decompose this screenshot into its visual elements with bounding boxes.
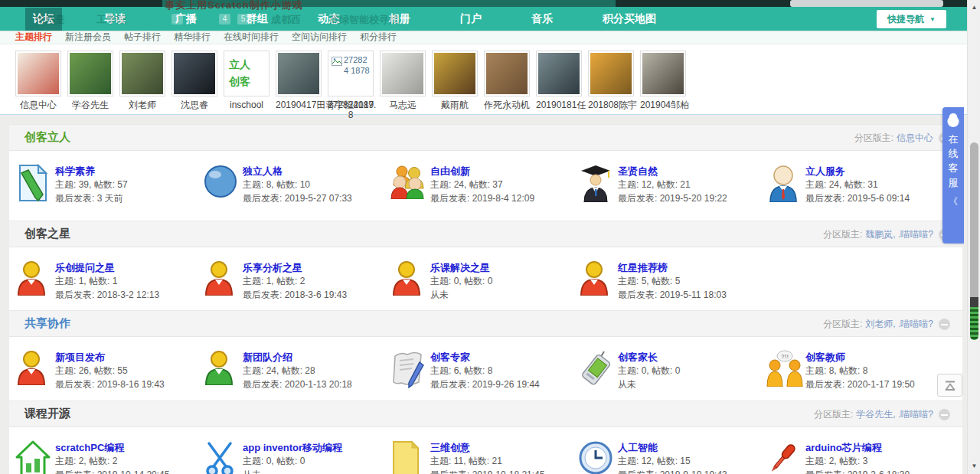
nav-item-3[interactable]: 广播 — [168, 8, 204, 31]
member-item[interactable]: 201808陈宇 — [588, 51, 634, 114]
member-item[interactable]: 戴雨航 — [432, 51, 478, 114]
nav-item-8[interactable]: 音乐 — [524, 8, 560, 31]
online-service-char: 线 — [942, 146, 964, 161]
member-item[interactable]: 作死永动机 — [484, 51, 530, 114]
section-header: 创客之星分区版主:魏鹏岚, .喵喵喵? — [9, 221, 962, 247]
member-avatar[interactable] — [67, 51, 113, 96]
section-collapse-button[interactable] — [939, 319, 950, 330]
member-avatar[interactable] — [380, 51, 426, 96]
section-title[interactable]: 创客立人 — [9, 130, 70, 145]
member-item[interactable]: 20190417田蒋宇恒2019. — [276, 51, 322, 114]
scroll-up-arrow[interactable]: ▲ — [968, 2, 980, 14]
forum-lastpost: 最后发表: 2019-8-16 19:43 — [55, 378, 165, 391]
section-title[interactable]: 创客之星 — [9, 227, 70, 241]
forum-link[interactable]: 创客专家 — [430, 351, 470, 364]
nav-item-7[interactable]: 门户 — [452, 8, 489, 31]
ranking-tab-7[interactable]: 积分排行 — [360, 31, 397, 44]
forum-link[interactable]: 圣贤自然 — [618, 165, 658, 178]
forum-stats: 主题: 2, 帖数: 2 — [55, 454, 169, 468]
forum-link[interactable]: 立人服务 — [805, 165, 845, 178]
nav-item-1[interactable]: 论坛 — [25, 8, 62, 31]
scroll-down-arrow[interactable]: ▼ — [968, 460, 980, 472]
page-scrollbar[interactable]: ▲ ▼ — [967, 0, 980, 474]
forum-cell: 自由创新主题: 24, 帖数: 37最后发表: 2019-8-4 12:09 — [390, 163, 578, 221]
section-title[interactable]: 课程开源 — [9, 407, 70, 421]
forum-link[interactable]: 乐享分析之星 — [243, 262, 302, 274]
ranking-tab-1[interactable]: 主题排行 — [15, 31, 52, 44]
member-avatar[interactable]: 立人 创客 — [224, 51, 270, 96]
forum-stats: 主题: 0, 帖数: 0 — [430, 274, 492, 288]
member-item[interactable]: 立人 创客inschool — [224, 51, 270, 114]
ranking-tab-6[interactable]: 空间访问排行 — [292, 31, 347, 44]
member-item[interactable]: 201904邹柏 — [640, 51, 686, 114]
member-avatar[interactable] — [119, 51, 165, 96]
member-name: inschool — [224, 100, 270, 110]
member-item[interactable]: 学谷先生 — [67, 51, 113, 114]
forum-lastpost: 最后发表: 2019-10-18 21:45 — [430, 468, 544, 474]
member-avatar[interactable]: 272824 1878 — [328, 51, 374, 96]
member-avatar[interactable] — [484, 51, 530, 96]
forum-link[interactable]: app inventor移动编程 — [243, 442, 342, 454]
member-avatar[interactable] — [276, 51, 322, 96]
section-header: 课程开源分区版主:学谷先生, .喵喵喵? — [9, 400, 962, 427]
forum-link[interactable]: 创客家长 — [618, 351, 658, 364]
moderator-label: 分区版主: — [854, 132, 893, 145]
nav-item-4[interactable]: 群组 — [239, 8, 276, 31]
ranking-tab-3[interactable]: 帖子排行 — [124, 31, 161, 44]
forum-link[interactable]: 人工智能 — [618, 442, 658, 454]
member-item[interactable]: 信息中心 — [15, 51, 61, 114]
scrollbar-thumb-cap[interactable] — [970, 297, 978, 307]
forum-cell: 新团队介绍主题: 24, 帖数: 28最后发表: 2020-1-13 20:18 — [203, 349, 390, 400]
member-avatar[interactable] — [536, 51, 582, 96]
forum-link[interactable]: 三维创意 — [430, 442, 470, 454]
quick-nav-button[interactable]: 快捷导航 ▼ — [877, 10, 946, 28]
forum-link[interactable]: 自由创新 — [430, 165, 470, 178]
nav-item-5[interactable]: 动态 — [310, 8, 347, 31]
member-avatar[interactable] — [15, 51, 61, 96]
avatar-image — [590, 53, 632, 94]
forum-link[interactable]: scratchPC编程 — [55, 442, 124, 454]
moderator-names[interactable]: 学谷先生, .喵喵喵? — [856, 408, 933, 421]
moderator-names[interactable]: 魏鹏岚, .喵喵喵? — [865, 228, 933, 241]
member-avatar[interactable] — [640, 51, 686, 96]
member-item[interactable]: 沈思睿 — [172, 51, 217, 114]
scrollbar-thumb[interactable] — [970, 142, 978, 297]
member-name: 马志远 — [380, 100, 426, 110]
forum-cell: 新项目发布主题: 26, 帖数: 55最后发表: 2019-8-16 19:43 — [15, 349, 203, 400]
forum-link[interactable]: 乐创提问之星 — [55, 262, 115, 274]
forum-link[interactable]: 红星推荐榜 — [618, 262, 668, 274]
member-avatar[interactable] — [432, 51, 478, 96]
back-to-top-button[interactable] — [937, 374, 962, 397]
forum-link[interactable]: 新项目发布 — [55, 351, 105, 364]
ranking-tab-5[interactable]: 在线时间排行 — [224, 31, 279, 44]
nav-item-6[interactable]: 相册 — [381, 8, 418, 31]
section-collapse-button[interactable] — [939, 409, 950, 420]
online-service-tab[interactable]: 在线客服 《 — [942, 107, 964, 244]
online-service-label: 在线客服 — [942, 132, 964, 190]
section-title[interactable]: 共享协作 — [9, 316, 70, 331]
forum-lastpost: 最后发表: 2019-5-27 07:33 — [243, 191, 352, 205]
forum-link[interactable]: 新团队介绍 — [243, 351, 292, 364]
forum-link[interactable]: 乐课解决之星 — [430, 262, 490, 274]
forum-stats: 主题: 12, 帖数: 21 — [618, 178, 727, 191]
nav-item-9[interactable]: 积分买地图 — [595, 8, 664, 31]
forum-lastpost: 从未 — [243, 468, 342, 474]
moderator-names[interactable]: 信息中心 — [897, 132, 933, 145]
member-avatar[interactable] — [588, 51, 634, 96]
screwdriver-icon — [766, 440, 805, 474]
member-item[interactable]: 272824 1878272824187 8 — [328, 51, 374, 114]
member-item[interactable]: 20190181任 — [536, 51, 582, 114]
forum-link[interactable]: 独立人格 — [243, 165, 283, 178]
moderator-names[interactable]: 刘老师, .喵喵喵? — [865, 318, 933, 331]
forum-link[interactable]: 科学素养 — [55, 165, 95, 178]
nav-item-2[interactable]: 导读 — [96, 8, 133, 31]
member-item[interactable]: 刘老师 — [119, 51, 165, 114]
scrollbar-progress-stripes[interactable] — [970, 307, 978, 340]
forum-link[interactable]: arduino芯片编程 — [805, 442, 882, 454]
ranking-tab-2[interactable]: 新注册会员 — [65, 31, 111, 44]
member-avatar[interactable] — [172, 51, 217, 96]
member-item[interactable]: 马志远 — [380, 51, 426, 114]
forum-link[interactable]: 创客教师 — [805, 351, 845, 364]
forum-stats: 主题: 26, 帖数: 55 — [55, 364, 165, 378]
ranking-tab-4[interactable]: 精华排行 — [174, 31, 211, 44]
